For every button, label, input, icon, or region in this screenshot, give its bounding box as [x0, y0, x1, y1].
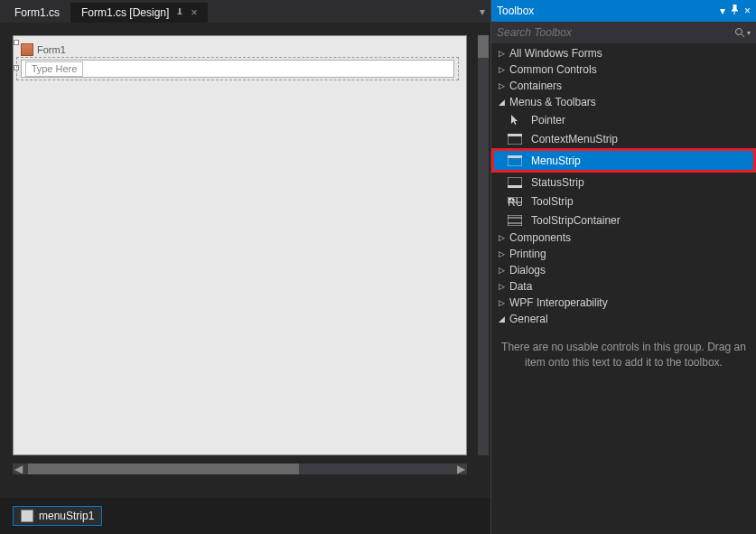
svg-point-0: [736, 29, 742, 35]
chevron-right-icon: ▷: [497, 298, 506, 307]
svg-text:RUN: RUN: [508, 197, 522, 206]
tree-group[interactable]: ▷Data: [491, 278, 756, 295]
chevron-right-icon: ▷: [497, 233, 506, 242]
tree-item[interactable]: ToolStripContainer: [491, 211, 756, 230]
tree-item[interactable]: Pointer: [491, 110, 756, 129]
close-icon[interactable]: ×: [744, 5, 751, 17]
tree-group-label: All Windows Forms: [509, 47, 602, 60]
selection-handle[interactable]: [14, 40, 19, 45]
svg-rect-3: [508, 134, 522, 136]
tree-group-label: Common Controls: [509, 63, 597, 76]
component-tray: menuStrip1: [0, 498, 490, 534]
tree-group-label: Components: [509, 231, 571, 244]
tree-group[interactable]: ▷Dialogs: [491, 262, 756, 278]
search-row: ▾: [491, 22, 756, 43]
scrollbar-thumb[interactable]: [28, 464, 299, 474]
highlight-box: MenuStrip: [491, 148, 756, 173]
tray-item-label: menuStrip1: [39, 510, 94, 522]
tree-group[interactable]: ▷Printing: [491, 246, 756, 262]
tree-group[interactable]: ◢Menus & Toolbars: [491, 94, 756, 110]
tree-item[interactable]: MenuStrip: [494, 151, 753, 170]
tree-item-label: Pointer: [531, 114, 565, 126]
type-here-field[interactable]: Type Here: [25, 61, 83, 77]
scroll-right-icon[interactable]: ▶: [455, 463, 467, 475]
editor-panel: Form1.cs Form1.cs [Design] × ▾ Form1: [0, 0, 490, 534]
tree-group[interactable]: ▷Containers: [491, 78, 756, 94]
tree-item-label: ToolStripContainer: [531, 214, 621, 227]
tree-item-label: ToolStrip: [531, 195, 574, 208]
chevron-down-icon: ◢: [497, 98, 506, 107]
svg-rect-5: [508, 155, 522, 158]
chevron-right-icon: ▷: [497, 249, 506, 258]
designer-canvas[interactable]: Form1 Type Here: [13, 35, 467, 455]
tree-group[interactable]: ▷All Windows Forms: [491, 45, 756, 61]
tree-item-label: MenuStrip: [531, 155, 581, 167]
form-titlebar: Form1: [21, 42, 454, 58]
tree-group[interactable]: ▷Components: [491, 230, 756, 246]
menu-icon: [508, 155, 522, 167]
search-icon[interactable]: ▾: [734, 27, 751, 38]
chevron-right-icon: ▷: [497, 266, 506, 275]
form-preview[interactable]: Form1 Type Here: [21, 42, 454, 78]
svg-rect-12: [508, 215, 522, 226]
toolbox-tree: ▷All Windows Forms▷Common Controls▷Conta…: [491, 43, 756, 534]
container-icon: [508, 214, 522, 227]
tree-item[interactable]: StatusStrip: [491, 173, 756, 192]
menustrip-icon: [21, 510, 33, 522]
tab-label: Form1.cs: [14, 6, 60, 19]
tree-item[interactable]: RUNToolStrip: [491, 192, 756, 211]
menustrip-control[interactable]: Type Here: [21, 60, 454, 78]
tab-dropdown-icon[interactable]: ▾: [480, 5, 485, 18]
chevron-right-icon: ▷: [497, 49, 506, 58]
tab-bar: Form1.cs Form1.cs [Design] × ▾: [0, 0, 490, 23]
tree-group[interactable]: ◢General: [491, 311, 756, 327]
form-icon: [21, 43, 33, 56]
chevron-right-icon: ▷: [497, 282, 506, 291]
menu-icon: [508, 133, 522, 145]
tree-item[interactable]: ContextMenuStrip: [491, 129, 756, 148]
tree-item-label: StatusStrip: [531, 176, 584, 189]
tree-group-label: Printing: [509, 248, 546, 260]
scrollbar-thumb[interactable]: [478, 35, 489, 58]
svg-rect-7: [508, 185, 522, 188]
designer-area: Form1 Type Here ◀ ▶: [0, 23, 490, 498]
tab-form1-cs[interactable]: Form1.cs: [4, 3, 70, 23]
tree-group-label: Menus & Toolbars: [509, 96, 596, 108]
horizontal-scrollbar[interactable]: ◀ ▶: [13, 464, 467, 474]
tree-group-label: Dialogs: [509, 264, 546, 276]
form-title-text: Form1: [37, 44, 66, 55]
close-icon[interactable]: ×: [191, 6, 197, 19]
tab-form1-design[interactable]: Form1.cs [Design] ×: [70, 3, 208, 23]
tree-group[interactable]: ▷Common Controls: [491, 61, 756, 78]
chevron-right-icon: ▷: [497, 81, 506, 90]
pointer-icon: [508, 114, 522, 126]
chevron-right-icon: ▷: [497, 65, 506, 74]
tree-item-label: ContextMenuStrip: [531, 133, 618, 145]
pin-icon[interactable]: [731, 5, 739, 17]
tree-group-label: WPF Interoperability: [509, 296, 608, 309]
tree-group-label: Containers: [509, 80, 562, 92]
status-icon: [508, 176, 522, 189]
chevron-down-icon: ◢: [497, 314, 506, 323]
vertical-scrollbar[interactable]: [478, 35, 489, 455]
pin-icon[interactable]: [174, 7, 185, 18]
toolbox-title: Toolbox: [497, 5, 534, 17]
dropdown-icon[interactable]: ▾: [720, 5, 725, 17]
tree-group-label: General: [509, 313, 548, 325]
toolbox-header: Toolbox ▾ ×: [491, 0, 756, 22]
tree-group-label: Data: [509, 280, 532, 293]
scroll-left-icon[interactable]: ◀: [13, 463, 24, 475]
toolbox-panel: Toolbox ▾ × ▾ ▷All Windows Forms▷Common …: [490, 0, 756, 534]
selection-handle[interactable]: [14, 65, 19, 70]
empty-group-text: There are no usable controls in this gro…: [491, 327, 756, 383]
tool-icon: RUN: [508, 195, 522, 208]
search-input[interactable]: [497, 26, 734, 39]
tray-item-menustrip[interactable]: menuStrip1: [13, 506, 102, 526]
svg-line-1: [742, 34, 744, 37]
tree-group[interactable]: ▷WPF Interoperability: [491, 295, 756, 311]
tab-label: Form1.cs [Design]: [81, 6, 169, 19]
